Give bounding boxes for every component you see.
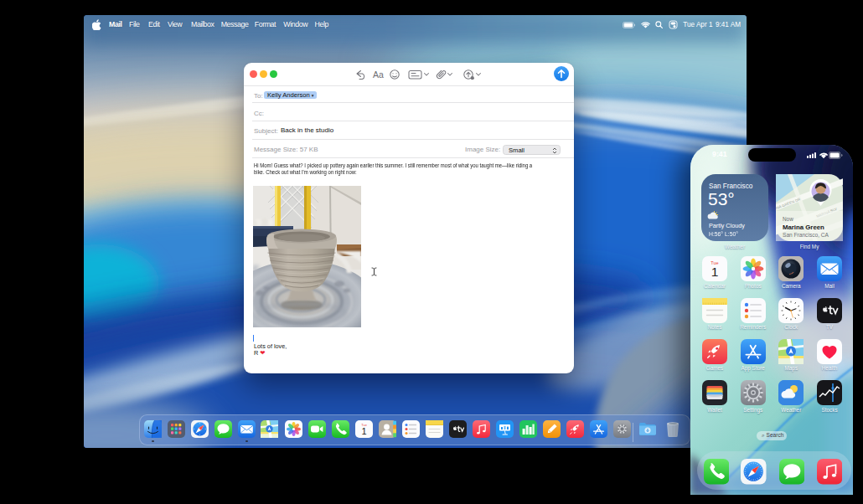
svg-text:1: 1 [361, 426, 366, 436]
svg-text:Now: Now [783, 216, 793, 222]
svg-text:Aa: Aa [373, 69, 384, 80]
svg-text:Marina Green: Marina Green [783, 224, 824, 231]
svg-text:San Francisco, CA: San Francisco, CA [783, 232, 829, 238]
svg-text:H:56° L:50°: H:56° L:50° [709, 231, 738, 237]
svg-text:1: 1 [711, 265, 719, 279]
svg-text:53°: 53° [708, 189, 735, 208]
svg-text:Partly Cloudy: Partly Cloudy [709, 222, 745, 229]
